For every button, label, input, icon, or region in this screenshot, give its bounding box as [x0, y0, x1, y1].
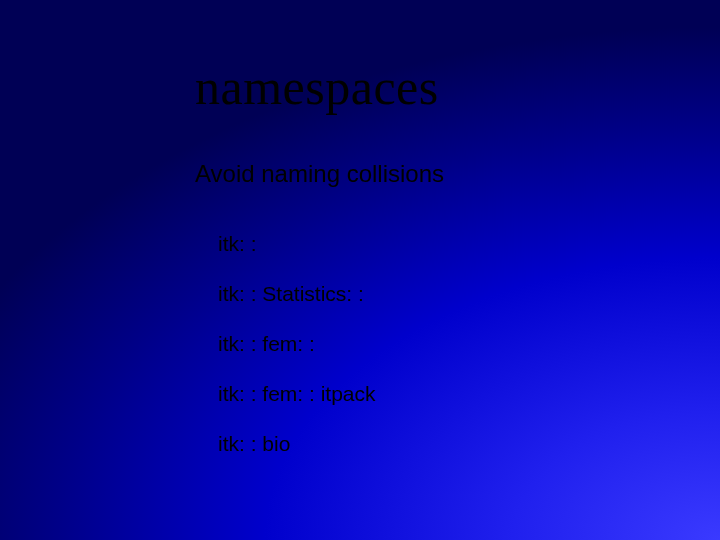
slide-subtitle: Avoid naming collisions	[195, 160, 444, 188]
namespace-list: itk: : itk: : Statistics: : itk: : fem: …	[218, 232, 376, 482]
list-item: itk: : bio	[218, 432, 376, 456]
list-item: itk: : Statistics: :	[218, 282, 376, 306]
slide: namespaces Avoid naming collisions itk: …	[0, 0, 720, 540]
list-item: itk: :	[218, 232, 376, 256]
slide-title: namespaces	[195, 58, 439, 116]
list-item: itk: : fem: : itpack	[218, 382, 376, 406]
list-item: itk: : fem: :	[218, 332, 376, 356]
